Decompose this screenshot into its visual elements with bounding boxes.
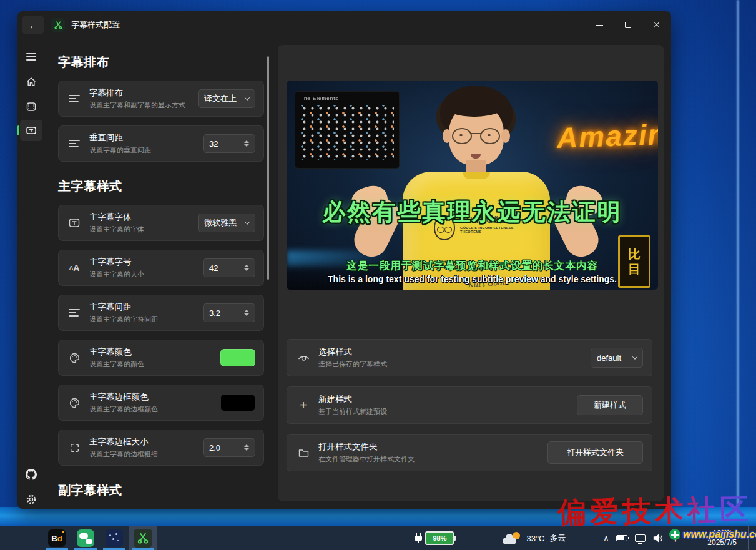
clock[interactable]: 12:04 2025/7/5 — [707, 529, 737, 548]
scissors-app-icon — [51, 18, 65, 32]
chevron-down-icon — [632, 354, 637, 359]
setting-desc: 设置主字幕和副字幕的显示方式 — [89, 101, 198, 110]
subtitle-text-icon — [26, 125, 37, 136]
setting-label: 主字幕边框大小 — [89, 436, 203, 448]
action-label: 选择样式 — [318, 346, 591, 358]
setting-desc: 设置主字幕的字符间距 — [89, 315, 203, 324]
video-preview: The Elements — [287, 81, 658, 290]
stepper-value: 42 — [209, 263, 218, 273]
clock-date: 2025/7/5 — [707, 538, 737, 548]
sidebar-item-media[interactable] — [20, 96, 42, 117]
eye-icon — [296, 353, 311, 362]
setting-label: 主字幕字号 — [89, 257, 203, 268]
action-row-select-style: 选择样式 选择已保存的字幕样式 default — [287, 339, 652, 376]
ime-indicator[interactable]: 中 — [671, 533, 680, 544]
setting-desc: 设置主字幕的颜色 — [89, 360, 220, 369]
primary-color-swatch[interactable] — [220, 349, 255, 366]
arrangement-dropdown[interactable]: 译文在上 — [198, 89, 255, 108]
stepper-value: 3.2 — [209, 308, 220, 318]
network-tray-icon[interactable] — [635, 534, 646, 542]
speaker-icon[interactable] — [653, 534, 664, 543]
new-style-button[interactable]: 新建样式 — [577, 395, 643, 415]
sidebar-item-github[interactable] — [20, 464, 42, 485]
taskbar-app-wechat[interactable] — [71, 526, 100, 550]
align-lines-icon — [67, 139, 82, 148]
action-desc: 基于当前样式新建预设 — [318, 407, 577, 416]
minimize-button[interactable] — [585, 11, 614, 39]
sidebar — [17, 39, 45, 509]
open-style-folder-button[interactable]: 打开样式文件夹 — [547, 441, 643, 464]
close-button[interactable] — [642, 11, 671, 39]
dropdown-value: default — [597, 353, 621, 363]
plug-icon — [414, 533, 423, 543]
glasses-icon — [452, 128, 472, 144]
system-tray: ∧ 中 — [603, 533, 680, 544]
show-desktop-button[interactable] — [748, 526, 751, 550]
setting-card-primary-border-color: 主字幕边框颜色 设置主字幕的边框颜色 — [58, 385, 264, 421]
action-desc: 在文件管理器中打开样式文件夹 — [318, 454, 547, 464]
tray-expand-chevron[interactable]: ∧ — [603, 534, 609, 543]
battery-status[interactable]: 98% — [414, 531, 454, 545]
primary-border-color-swatch[interactable] — [220, 394, 255, 411]
settings-scrollbar[interactable] — [267, 56, 269, 280]
setting-desc: 设置主字幕的字体 — [89, 225, 198, 234]
setting-card-primary-font: 主字幕字体 设置主字幕的字体 微软雅黑 — [58, 205, 264, 241]
dropdown-value: 微软雅黑 — [204, 217, 237, 228]
sidebar-item-subtitle-style[interactable] — [20, 120, 42, 141]
taskbar: Bd — [0, 526, 756, 550]
action-row-open-folder: 打开样式文件夹 在文件管理器中打开样式文件夹 打开样式文件夹 — [287, 434, 652, 471]
scissors-app-icon — [134, 529, 152, 548]
bd-app-icon: Bd — [48, 529, 66, 547]
sidebar-item-settings[interactable] — [20, 489, 42, 509]
section-title-secondary: 副字幕样式 — [58, 482, 264, 499]
stepper-arrows-icon — [244, 265, 249, 271]
section-title-layout: 字幕排布 — [58, 54, 264, 71]
align-lines-icon — [67, 94, 82, 103]
action-label: 打开样式文件夹 — [318, 441, 547, 453]
text-box-icon — [67, 218, 82, 228]
weather-widget[interactable]: 33°C 多云 — [503, 532, 566, 544]
weather-temp: 33°C — [526, 534, 544, 543]
setting-card-subtitle-arrangement: 字幕排布 设置主字幕和副字幕的显示方式 译文在上 — [58, 81, 264, 117]
setting-card-primary-size: AA 主字幕字号 设置主字幕的大小 42 — [58, 250, 264, 286]
back-button[interactable]: ← — [22, 16, 44, 34]
taskbar-app-bd[interactable]: Bd — [42, 526, 71, 550]
taskbar-app-subtitle-tool[interactable] — [129, 526, 157, 550]
battery-tray-icon[interactable] — [616, 535, 627, 541]
plus-icon: + — [296, 399, 311, 411]
stepper-arrows-icon — [244, 444, 249, 451]
setting-card-primary-color: 主字幕颜色 设置主字幕的颜色 — [58, 340, 264, 376]
menu-button[interactable] — [20, 46, 42, 67]
subtitle-main: 必然有些真理永远无法证明 — [287, 197, 658, 228]
subtitle-secondary: This is a long text used for testing sub… — [287, 274, 658, 284]
section-title-primary: 主字幕样式 — [58, 178, 264, 195]
wechat-icon — [77, 529, 94, 547]
setting-label: 主字幕边框颜色 — [89, 391, 220, 403]
palette-icon — [67, 398, 82, 408]
settings-panel: 字幕排布 字幕排布 设置主字幕和副字幕的显示方式 译文在上 — [58, 45, 264, 509]
taskbar-app-stars[interactable] — [100, 526, 129, 550]
sidebar-item-home[interactable] — [20, 71, 42, 92]
primary-size-stepper[interactable]: 42 — [203, 258, 255, 277]
primary-letter-spacing-stepper[interactable]: 3.2 — [203, 303, 255, 322]
app-window: ← 字幕样式配置 — [17, 11, 671, 509]
chevron-down-icon — [245, 219, 250, 224]
starry-app-icon — [106, 529, 123, 547]
titlebar: ← 字幕样式配置 — [17, 11, 671, 39]
setting-desc: 设置主字幕的边框颜色 — [89, 405, 220, 414]
primary-border-size-stepper[interactable]: 2.0 — [203, 438, 255, 457]
setting-desc: 设置主字幕的大小 — [89, 270, 203, 279]
home-icon — [26, 76, 37, 87]
presenter: KURT GÖDEL GÖDEL'S INCOMPLETENESS THEORE… — [287, 81, 658, 290]
primary-font-dropdown[interactable]: 微软雅黑 — [198, 214, 255, 232]
style-preset-dropdown[interactable]: default — [591, 348, 643, 368]
vertical-spacing-stepper[interactable]: 32 — [203, 134, 255, 153]
setting-label: 主字幕颜色 — [89, 346, 220, 358]
partly-cloudy-icon — [503, 532, 521, 544]
battery-tip — [454, 536, 456, 541]
setting-label: 主字幕间距 — [89, 302, 203, 313]
hamburger-icon — [26, 53, 36, 61]
stepper-arrows-icon — [244, 140, 249, 147]
gear-icon — [26, 494, 37, 505]
maximize-button[interactable] — [614, 11, 642, 39]
